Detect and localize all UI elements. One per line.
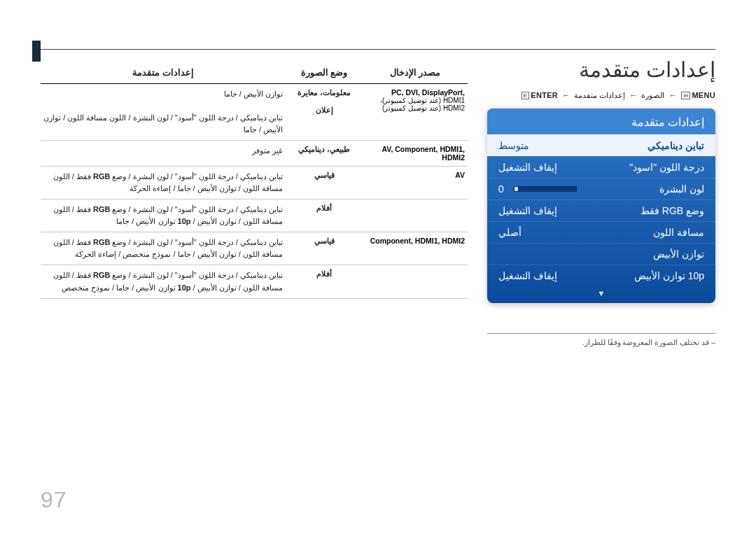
cell-mode: أفلام: [286, 199, 363, 232]
cell-source: [363, 199, 468, 232]
table-row: أفلامتباين ديناميكي / درجة اللون "أسود" …: [41, 199, 468, 232]
cell-source: AV: [363, 167, 468, 199]
osd-label: وضع RGB فقط: [640, 205, 704, 216]
osd-value: متوسط: [498, 140, 529, 151]
cell-mode: قياسي: [286, 167, 363, 199]
menu-icon: m: [681, 92, 690, 99]
osd-footnote: – قد تختلف الصورة المعروضة وفقًا للطراز.: [487, 333, 715, 346]
osd-row-white-balance[interactable]: توازن الأبيض: [487, 243, 715, 265]
table-header-row: مصدر الإدخال وضع الصورة إعدادات متقدمة: [41, 63, 468, 84]
enter-icon: E: [522, 92, 530, 99]
cell-mode: أفلام: [286, 265, 363, 298]
osd-value: إيقاف التشغيل: [498, 162, 557, 173]
table-row: PC, DVI, DisplayPort,HDMI1 (عند توصيل كم…: [41, 84, 468, 141]
table-row: AV, Component, HDMI1, HDMI2طبيعي، دينامي…: [41, 141, 468, 167]
cell-options: تباين ديناميكي / درجة اللون "أسود" / لون…: [41, 167, 286, 199]
cell-mode: طبيعي، ديناميكي: [286, 141, 363, 167]
breadcrumb-advanced: إعدادات متقدمة: [574, 91, 625, 99]
osd-menu: إعدادات متقدمة تباين ديناميكي متوسط درجة…: [487, 108, 715, 303]
osd-row-dynamic-contrast[interactable]: تباين ديناميكي متوسط: [487, 134, 715, 156]
osd-value: أصلي: [498, 227, 522, 238]
breadcrumb-enter-kw: ENTER: [531, 91, 558, 99]
table-row: Component, HDMI1, HDMI2قياسيتباين دينامي…: [41, 232, 468, 265]
cell-mode: معلومات، معايرةإعلان: [286, 84, 363, 141]
cell-source: Component, HDMI1, HDMI2: [363, 232, 468, 265]
osd-label: 10p توازن الأبيض: [634, 270, 704, 281]
chevron-left-icon: ←: [669, 91, 677, 99]
top-rule: [41, 49, 715, 50]
col-options: إعدادات متقدمة: [41, 63, 286, 84]
osd-label: درجة اللون "اسود": [629, 162, 704, 173]
osd-value: إيقاف التشغيل: [498, 270, 557, 281]
cell-source: AV, Component, HDMI1, HDMI2: [363, 141, 468, 167]
osd-label: تباين ديناميكي: [648, 140, 704, 151]
page-number: 97: [41, 487, 67, 513]
cell-options: تباين ديناميكي / درجة اللون "أسود" / لون…: [41, 265, 286, 298]
osd-row-color-space[interactable]: مسافة اللون أصلي: [487, 221, 715, 243]
col-mode: وضع الصورة: [286, 63, 363, 84]
page-title: إعدادات متقدمة: [579, 57, 715, 82]
chevron-left-icon: ←: [562, 91, 570, 99]
osd-value: 0: [498, 183, 504, 195]
osd-row-flesh-tone[interactable]: لون البشرة 0: [487, 178, 715, 199]
cell-mode: قياسي: [286, 232, 363, 265]
breadcrumb: MENUm ← الصورة ← إعدادات متقدمة ← ENTERE: [522, 91, 715, 100]
osd-value: إيقاف التشغيل: [498, 205, 557, 216]
osd-label: توازن الأبيض: [653, 248, 704, 260]
cell-options: غير متوفر: [41, 141, 286, 167]
cell-options: تباين ديناميكي / درجة اللون "أسود" / لون…: [41, 232, 286, 265]
osd-label: مسافة اللون: [653, 227, 704, 238]
breadcrumb-menu-kw: MENU: [692, 91, 715, 99]
page-corner-decor: [32, 41, 41, 62]
cell-options: تباين ديناميكي / درجة اللون "أسود" / لون…: [41, 199, 286, 232]
flesh-tone-slider[interactable]: [514, 186, 577, 192]
osd-row-10p-white-balance[interactable]: 10p توازن الأبيض إيقاف التشغيل: [487, 265, 715, 286]
osd-label: لون البشرة: [659, 183, 704, 195]
cell-options: توازن الأبيض / جاماتباين ديناميكي / درجة…: [41, 84, 286, 141]
breadcrumb-picture: الصورة: [641, 91, 664, 99]
chevron-left-icon: ←: [629, 91, 637, 99]
osd-row-rgb-only[interactable]: وضع RGB فقط إيقاف التشغيل: [487, 199, 715, 221]
table-row: AVقياسيتباين ديناميكي / درجة اللون "أسود…: [41, 167, 468, 199]
table-row: أفلامتباين ديناميكي / درجة اللون "أسود" …: [41, 265, 468, 298]
col-source: مصدر الإدخال: [363, 63, 468, 84]
settings-table: مصدر الإدخال وضع الصورة إعدادات متقدمة P…: [41, 63, 468, 299]
osd-row-black-tone[interactable]: درجة اللون "اسود" إيقاف التشغيل: [487, 156, 715, 178]
osd-title: إعدادات متقدمة: [487, 108, 715, 134]
cell-source: PC, DVI, DisplayPort,HDMI1 (عند توصيل كم…: [363, 84, 468, 141]
chevron-down-icon[interactable]: ▼: [487, 286, 715, 303]
cell-source: [363, 265, 468, 298]
